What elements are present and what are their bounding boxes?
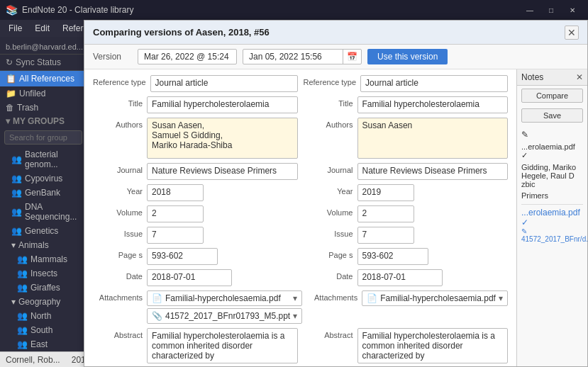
use-version-button[interactable]: Use this version: [367, 49, 448, 64]
notes-title: Notes: [521, 72, 543, 82]
notes-attachments: ...erolaemia.pdf ✓ ✎ 41572_2017_BFnr/d..…: [521, 204, 583, 243]
app-title: EndNote 20 - Clarivate library: [22, 5, 520, 15]
menu-file[interactable]: File: [3, 22, 28, 35]
sidebar-item-animals[interactable]: ▾ Animals: [0, 238, 87, 252]
chevron-down-icon: ▾: [6, 116, 10, 126]
group-label: DNA Sequencing...: [25, 202, 81, 222]
status-item-1[interactable]: Cornell, Rob...: [6, 355, 60, 365]
sync-label: Sync Status: [16, 57, 61, 67]
abstract-value2: Familial hypercholesterolaemia is a comm…: [357, 328, 509, 363]
attach-container1: 📄 Familial-hypercholesaemia.pdf ▾ 📎 4157…: [147, 290, 302, 324]
group-icon: 👥: [11, 188, 22, 198]
menu-edit[interactable]: Edit: [29, 22, 55, 35]
sidebar-all-references[interactable]: 📋 All References: [0, 71, 87, 86]
close-button[interactable]: ✕: [562, 0, 582, 20]
pages-col1: Page s 593-602: [93, 248, 298, 265]
pages-value1: 593-602: [147, 248, 218, 265]
edit-icon[interactable]: ✎: [521, 130, 528, 140]
notes-attach2[interactable]: ✎ 41572_2017_BFnr/d..._MOESM5.pptv: [521, 227, 583, 243]
calendar-icon[interactable]: 📅: [343, 50, 361, 64]
sidebar-unfiled[interactable]: 📁 Unfiled: [0, 86, 87, 101]
sidebar-item-dna[interactable]: 👥 DNA Sequencing...: [0, 200, 87, 224]
year-col1: Year 2018: [93, 184, 298, 201]
attachments-label2: Attachments: [308, 290, 357, 302]
save-button[interactable]: Save: [521, 108, 583, 123]
sidebar-item-bacterial[interactable]: 👥 Bacterial genom...: [0, 147, 87, 171]
attach-dropdown-arrow2[interactable]: ▾: [293, 311, 297, 321]
maximize-button[interactable]: □: [541, 0, 561, 20]
notes-detail-2: Gidding, Mariko Hegele, Raul D zbic: [521, 163, 583, 188]
notes-close-button[interactable]: ✕: [576, 72, 583, 82]
group-search-input[interactable]: [4, 130, 82, 145]
ppt-icon: 📎: [152, 311, 162, 321]
date-label2: Date: [304, 269, 353, 281]
date-label1: Date: [93, 269, 143, 281]
notes-panel: Notes ✕ Compare Save ✎ ...erolaemia.pdf …: [516, 69, 587, 366]
sidebar-item-south[interactable]: 👥 South: [0, 323, 87, 337]
sidebar-item-geography[interactable]: ▾ Geography: [0, 295, 87, 309]
date-value2: 2018-07-01: [357, 269, 443, 286]
group-label: Bacterial genom...: [25, 149, 81, 169]
volume-value1: 2: [147, 205, 204, 222]
my-groups-label: MY GROUPS: [13, 116, 65, 126]
attach-pdf-text2: Familial-hypercholesaemia.pdf: [380, 293, 496, 303]
window-controls: — □ ✕: [520, 0, 582, 20]
sidebar-item-north[interactable]: 👥 North: [0, 309, 87, 323]
notes-content: ✎ ...erolaemia.pdf ✓ Gidding, Mariko Heg…: [517, 125, 587, 366]
modal-close-button[interactable]: ✕: [565, 26, 579, 40]
sidebar-item-genbank[interactable]: 👥 GenBank: [0, 186, 87, 200]
sidebar-item-insects[interactable]: 👥 Insects: [0, 266, 87, 281]
reftype-value2: Journal article: [360, 75, 508, 92]
attach-pdf-text1: Familial-hypercholesaemia.pdf: [165, 293, 290, 303]
attach-dropdown-arrow1[interactable]: ▾: [293, 293, 297, 303]
year-value1: 2018: [147, 184, 204, 201]
sidebar-item-mammals[interactable]: 👥 Mammals: [0, 252, 87, 266]
group-label: Giraffes: [30, 283, 60, 293]
title-row: Title Familial hypercholesterolaemia Tit…: [93, 96, 508, 113]
title-col1: Title Familial hypercholesterolaemia: [93, 96, 298, 113]
issue-label2: Issue: [304, 227, 353, 238]
minimize-button[interactable]: —: [520, 0, 540, 20]
sidebar-trash[interactable]: 🗑 Trash: [0, 101, 87, 115]
trash-icon: 🗑: [6, 103, 14, 113]
year-label1: Year: [93, 184, 143, 196]
sidebar-item-cypovirus[interactable]: 👥 Cypovirus: [0, 171, 87, 186]
sync-status[interactable]: ↻ Sync Status: [0, 55, 87, 71]
volume-label2: Volume: [304, 205, 353, 217]
notes-attach1[interactable]: ...erolaemia.pdf ✓: [521, 208, 583, 227]
sidebar-item-genetics[interactable]: 👥 Genetics: [0, 224, 87, 238]
issue-label1: Issue: [93, 227, 143, 238]
year-value2: 2019: [357, 184, 414, 201]
version-row: Version Mar 26, 2022 @ 15:24 Jan 05, 202…: [84, 45, 587, 69]
date-col1: Date 2018-07-01: [93, 269, 298, 286]
abstract-value1: Familial hypercholesterolaemia is a comm…: [147, 328, 298, 363]
attach-pdf2[interactable]: 📄 Familial-hypercholesaemia.pdf ▾: [362, 290, 508, 306]
abstract-col2: Abstract Familial hypercholesterolaemia …: [304, 328, 509, 363]
group-label: Mammals: [30, 254, 67, 264]
compare-button[interactable]: Compare: [521, 89, 583, 103]
all-references-label: All References: [19, 74, 74, 84]
notes-header: Notes ✕: [517, 69, 587, 86]
sync-icon: ↻: [6, 57, 13, 67]
attach-dropdown-arrow3[interactable]: ▾: [499, 293, 503, 303]
attachments-col2: Attachments 📄 Familial-hypercholesaemia.…: [308, 290, 508, 306]
group-icon: 👥: [17, 283, 28, 293]
year-label2: Year: [304, 184, 353, 196]
sidebar-item-east[interactable]: 👥 East: [0, 337, 87, 351]
attach-pdf1[interactable]: 📄 Familial-hypercholesaemia.pdf ▾: [147, 290, 302, 306]
issue-row: Issue 7 Issue 7: [93, 227, 508, 244]
year-row: Year 2018 Year 2019: [93, 184, 508, 201]
authors-value1: Susan Aasen, Samuel S Gidding, Mariko Ha…: [147, 118, 298, 159]
pages-row: Page s 593-602 Page s 593-602: [93, 248, 508, 265]
group-icon: 👥: [11, 226, 22, 236]
sidebar-item-giraffes[interactable]: 👥 Giraffes: [0, 281, 87, 295]
group-label: South: [30, 325, 52, 335]
attach-ppt1[interactable]: 📎 41572_2017_BFnr01793_M5.ppt ▾: [147, 308, 302, 324]
sidebar-user: b.berlin@harvard.ed...: [0, 40, 87, 55]
volume-row: Volume 2 Volume 2: [93, 205, 508, 222]
issue-col1: Issue 7: [93, 227, 298, 244]
group-icon: 👥: [17, 325, 28, 335]
version2-picker[interactable]: Jan 05, 2022 15:56 📅: [243, 49, 362, 64]
version2-text: Jan 05, 2022 15:56: [243, 50, 343, 64]
group-label: North: [30, 311, 51, 321]
